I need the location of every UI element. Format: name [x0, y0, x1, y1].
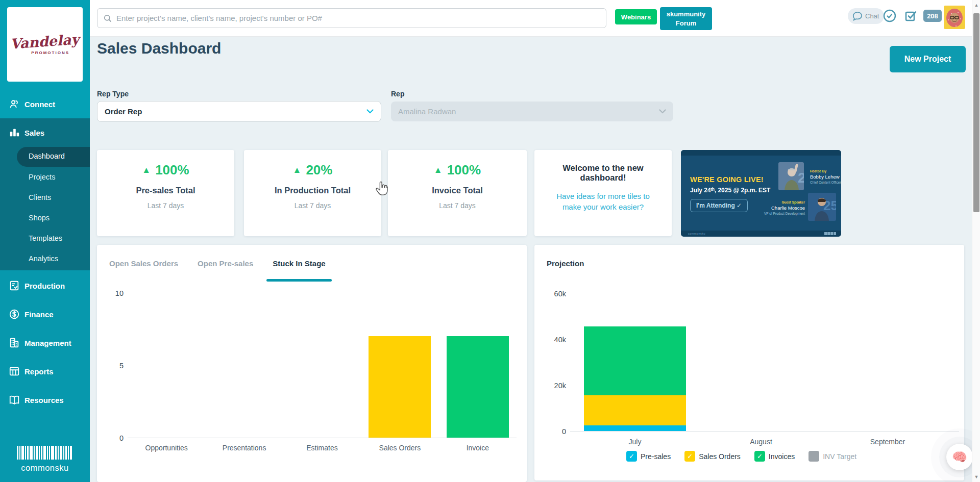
- guest-name: Charlie Moscoe: [747, 205, 805, 211]
- banner-logo-icon: [824, 232, 836, 235]
- rep-type-value: Order Rep: [105, 107, 142, 116]
- category-label: Sales Orders: [361, 444, 438, 452]
- sidebar-item-dashboard[interactable]: Dashboard: [17, 147, 90, 167]
- clock-icon[interactable]: [883, 9, 896, 22]
- sidebar-item-label: Projects: [29, 173, 55, 181]
- host-title: Chief Content Officer: [810, 181, 841, 184]
- sidebar-item-label: Production: [24, 282, 65, 290]
- search-input[interactable]: [116, 14, 596, 22]
- guest-speaker-label: Guest Speaker: [747, 200, 805, 204]
- sidebar-item-shops[interactable]: Shops: [0, 210, 90, 225]
- sidebar-item-analytics[interactable]: Analytics: [0, 251, 90, 266]
- global-search[interactable]: [97, 8, 606, 28]
- stage-chart-card: Open Sales Orders Open Pre-sales Stuck I…: [97, 245, 527, 482]
- im-attending-button[interactable]: I'm Attending ✓: [690, 199, 748, 212]
- legend-checkbox[interactable]: ✓: [684, 451, 695, 462]
- legend-item[interactable]: ✓ Sales Orders: [684, 451, 741, 462]
- commonsku-logo: commonsku: [0, 446, 90, 473]
- sidebar-item-reports[interactable]: Reports: [0, 362, 90, 380]
- stat-title: In Production Total: [244, 186, 381, 195]
- notification-count-badge[interactable]: 208: [923, 10, 942, 22]
- category-label: Presentations: [205, 444, 283, 452]
- skummunity-forum-button[interactable]: skummunity Forum: [660, 7, 712, 30]
- y-tick: 5: [103, 362, 124, 370]
- sidebar-item-label: Shops: [29, 214, 50, 222]
- tasks-checkbox-icon[interactable]: [904, 10, 917, 22]
- connect-icon: [8, 98, 20, 110]
- category-label: Invoice: [439, 444, 517, 452]
- sidebar-item-production[interactable]: Production: [0, 276, 90, 295]
- legend-item[interactable]: INV Target: [808, 451, 856, 462]
- rep-value: Amalina Radwan: [398, 107, 456, 116]
- sidebar: Vandelay PROMOTIONS Connect Sales Dashbo…: [0, 0, 90, 482]
- y-tick: 0: [546, 427, 566, 436]
- company-logo-sub: PROMOTIONS: [31, 50, 69, 55]
- x-axis-line: [570, 431, 959, 432]
- up-triangle-icon: ▲: [142, 165, 151, 175]
- sidebar-item-label: Templates: [29, 234, 62, 242]
- sidebar-item-sales[interactable]: Sales: [0, 123, 90, 142]
- projection-title: Projection: [547, 259, 584, 268]
- rep-label: Rep: [391, 90, 404, 98]
- scroll-up-arrow[interactable]: ▲: [972, 1, 980, 9]
- live-event-banner[interactable]: WE'RE GOING LIVE! July 24ᵗʰ, 2025 @ 2p.m…: [681, 150, 841, 237]
- sidebar-item-connect[interactable]: Connect: [0, 95, 90, 113]
- chevron-down-icon: [659, 109, 666, 114]
- welcome-card: Welcome to the new dashboard! Have ideas…: [534, 150, 672, 236]
- welcome-feedback-link[interactable]: Have ideas for more tiles to make your w…: [548, 191, 658, 212]
- sidebar-item-label: Analytics: [29, 255, 58, 263]
- scrollbar-thumb[interactable]: [973, 13, 979, 212]
- month-label: September: [870, 438, 905, 446]
- stat-delta: 100%: [155, 162, 189, 178]
- resources-icon: [8, 394, 20, 406]
- legend-label: Sales Orders: [699, 452, 741, 461]
- banner-headline: WE'RE GOING LIVE!: [690, 175, 764, 184]
- user-avatar[interactable]: [944, 6, 965, 29]
- up-triangle-icon: ▲: [293, 165, 302, 175]
- legend-item[interactable]: ✓ Invoices: [754, 451, 795, 462]
- host-name: Bobby Lehew: [810, 174, 841, 180]
- sidebar-item-clients[interactable]: Clients: [0, 190, 90, 205]
- sidebar-item-management[interactable]: Management: [0, 334, 90, 352]
- commonsku-wordmark: commonsku: [0, 463, 90, 473]
- chart-tabs: Open Sales Orders Open Pre-sales Stuck I…: [109, 259, 326, 268]
- legend-checkbox[interactable]: [808, 451, 819, 462]
- projection-segment: [584, 326, 686, 395]
- webinars-button[interactable]: Webinars: [615, 9, 657, 24]
- assistant-fab-button[interactable]: 🧠: [946, 444, 973, 470]
- rep-type-label: Rep Type: [97, 90, 129, 98]
- chat-label: Chat: [865, 12, 879, 20]
- stat-title: Pre-sales Total: [97, 186, 234, 195]
- scrollbar[interactable]: ▲ ▼: [972, 0, 980, 482]
- rep-type-select[interactable]: Order Rep: [97, 101, 381, 122]
- sidebar-item-projects[interactable]: Projects: [0, 169, 90, 185]
- guest-title: VP of Product Development: [747, 212, 805, 215]
- chat-button[interactable]: Chat: [848, 8, 884, 24]
- tab-open-pre-sales[interactable]: Open Pre-sales: [198, 259, 253, 268]
- legend-checkbox[interactable]: ✓: [754, 451, 765, 462]
- chat-bubble-icon: [852, 11, 863, 21]
- company-logo[interactable]: Vandelay PROMOTIONS: [7, 7, 83, 82]
- sidebar-item-templates[interactable]: Templates: [0, 231, 90, 246]
- stat-subtitle: Last 7 days: [97, 201, 234, 210]
- tab-open-sales-orders[interactable]: Open Sales Orders: [109, 259, 178, 268]
- banner-watermark: commonsku: [688, 232, 705, 235]
- tab-stuck-in-stage[interactable]: Stuck In Stage: [273, 259, 325, 268]
- category-label: Opportunities: [128, 444, 205, 452]
- legend-label: INV Target: [823, 452, 856, 461]
- scroll-down-arrow[interactable]: ▼: [972, 473, 980, 481]
- legend-checkbox[interactable]: ✓: [626, 451, 637, 462]
- stage-bar: [447, 336, 509, 438]
- legend-item[interactable]: ✓ Pre-sales: [626, 451, 671, 462]
- sidebar-item-label: Finance: [24, 310, 54, 319]
- stat-card-invoice: ▲ 100% Invoice Total Last 7 days: [388, 150, 527, 236]
- new-project-button[interactable]: New Project: [890, 46, 966, 72]
- chevron-down-icon: [366, 109, 374, 114]
- sidebar-item-label: Sales: [24, 129, 44, 137]
- sidebar-item-finance[interactable]: Finance: [0, 305, 90, 323]
- projection-legend: ✓ Pre-sales ✓ Sales Orders ✓ Invoices IN…: [626, 451, 856, 462]
- y-tick: 40k: [546, 336, 566, 344]
- sidebar-item-resources[interactable]: Resources: [0, 391, 90, 409]
- sidebar-item-label: Management: [24, 339, 71, 347]
- sidebar-item-label: Resources: [24, 396, 64, 404]
